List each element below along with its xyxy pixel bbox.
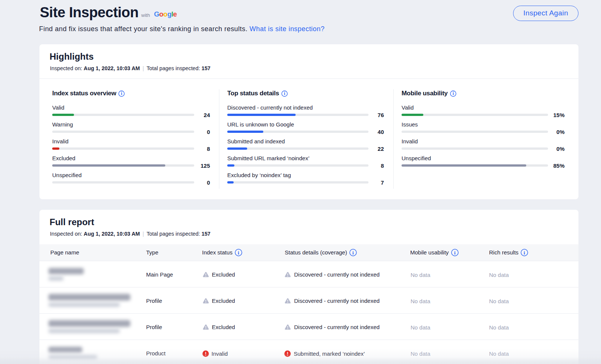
svg-text:i: i	[284, 91, 285, 96]
svg-text:i: i	[238, 250, 239, 256]
svg-text:i: i	[453, 91, 454, 96]
svg-text:i: i	[524, 250, 525, 256]
svg-text:i: i	[121, 91, 122, 96]
svg-text:i: i	[352, 250, 354, 256]
svg-text:i: i	[454, 250, 456, 256]
